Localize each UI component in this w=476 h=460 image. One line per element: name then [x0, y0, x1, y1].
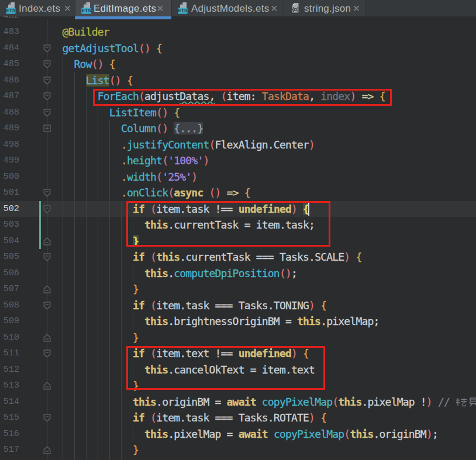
svg-text:ETS: ETS [178, 8, 187, 13]
svg-text:ETS: ETS [6, 8, 15, 13]
svg-text:ETS: ETS [81, 8, 91, 13]
